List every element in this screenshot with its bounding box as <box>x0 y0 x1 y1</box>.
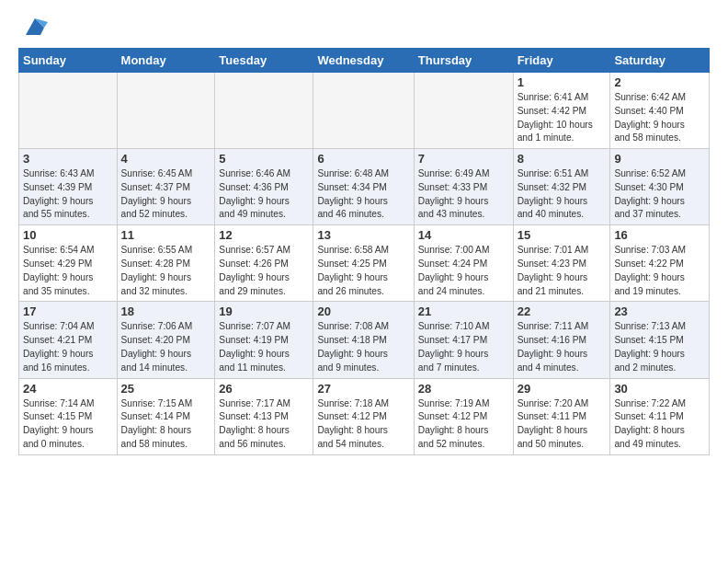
day-info: Sunrise: 7:10 AMSunset: 4:17 PMDaylight:… <box>418 320 509 374</box>
day-number: 30 <box>614 382 705 396</box>
calendar-cell: 11Sunrise: 6:55 AMSunset: 4:28 PMDayligh… <box>117 225 215 302</box>
calendar-cell <box>19 73 118 149</box>
day-info: Sunrise: 7:04 AMSunset: 4:21 PMDaylight:… <box>23 320 113 374</box>
day-info: Sunrise: 6:41 AMSunset: 4:42 PMDaylight:… <box>518 91 607 145</box>
day-info: Sunrise: 7:19 AMSunset: 4:12 PMDaylight:… <box>418 397 509 452</box>
day-number: 12 <box>219 228 309 242</box>
calendar-cell: 26Sunrise: 7:17 AMSunset: 4:13 PMDayligh… <box>215 378 313 454</box>
day-info: Sunrise: 7:14 AMSunset: 4:15 PMDaylight:… <box>23 397 113 452</box>
day-number: 5 <box>219 152 309 166</box>
day-info: Sunrise: 6:58 AMSunset: 4:25 PMDaylight:… <box>317 244 409 298</box>
calendar-cell: 17Sunrise: 7:04 AMSunset: 4:21 PMDayligh… <box>19 302 118 378</box>
calendar-cell: 2Sunrise: 6:42 AMSunset: 4:40 PMDaylight… <box>610 73 710 149</box>
day-info: Sunrise: 6:57 AMSunset: 4:26 PMDaylight:… <box>219 244 309 298</box>
logo-icon <box>22 15 48 40</box>
day-number: 27 <box>317 382 409 396</box>
day-number: 11 <box>121 228 211 242</box>
day-info: Sunrise: 7:01 AMSunset: 4:23 PMDaylight:… <box>518 244 607 298</box>
calendar-cell: 4Sunrise: 6:45 AMSunset: 4:37 PMDaylight… <box>117 149 215 225</box>
calendar-cell: 5Sunrise: 6:46 AMSunset: 4:36 PMDaylight… <box>215 149 313 225</box>
day-number: 14 <box>418 228 509 242</box>
day-number: 1 <box>518 75 607 89</box>
day-number: 23 <box>614 304 705 318</box>
calendar-cell: 22Sunrise: 7:11 AMSunset: 4:16 PMDayligh… <box>513 302 610 378</box>
day-number: 29 <box>518 382 607 396</box>
header <box>18 15 710 40</box>
day-info: Sunrise: 7:20 AMSunset: 4:11 PMDaylight:… <box>518 397 607 452</box>
day-number: 6 <box>317 152 409 166</box>
calendar-cell: 21Sunrise: 7:10 AMSunset: 4:17 PMDayligh… <box>414 302 513 378</box>
day-info: Sunrise: 6:46 AMSunset: 4:36 PMDaylight:… <box>219 167 309 222</box>
day-of-week-header: Monday <box>117 49 215 73</box>
page: SundayMondayTuesdayWednesdayThursdayFrid… <box>0 0 728 470</box>
day-number: 15 <box>518 228 607 242</box>
day-of-week-header: Friday <box>513 49 610 73</box>
day-info: Sunrise: 7:00 AMSunset: 4:24 PMDaylight:… <box>418 244 509 298</box>
day-number: 4 <box>121 152 211 166</box>
calendar-week-row: 3Sunrise: 6:43 AMSunset: 4:39 PMDaylight… <box>19 149 710 225</box>
day-of-week-header: Wednesday <box>313 49 414 73</box>
day-number: 26 <box>219 382 309 396</box>
day-info: Sunrise: 7:08 AMSunset: 4:18 PMDaylight:… <box>317 320 409 374</box>
day-number: 17 <box>23 304 113 318</box>
day-number: 10 <box>23 228 113 242</box>
day-number: 21 <box>418 304 509 318</box>
day-info: Sunrise: 7:22 AMSunset: 4:11 PMDaylight:… <box>614 397 705 452</box>
calendar-cell: 8Sunrise: 6:51 AMSunset: 4:32 PMDaylight… <box>513 149 610 225</box>
calendar-cell: 14Sunrise: 7:00 AMSunset: 4:24 PMDayligh… <box>414 225 513 302</box>
calendar-cell: 3Sunrise: 6:43 AMSunset: 4:39 PMDaylight… <box>19 149 118 225</box>
day-of-week-header: Tuesday <box>215 49 313 73</box>
calendar-cell: 7Sunrise: 6:49 AMSunset: 4:33 PMDaylight… <box>414 149 513 225</box>
day-number: 16 <box>614 228 705 242</box>
calendar-cell <box>215 73 313 149</box>
calendar-cell: 1Sunrise: 6:41 AMSunset: 4:42 PMDaylight… <box>513 73 610 149</box>
calendar-cell: 18Sunrise: 7:06 AMSunset: 4:20 PMDayligh… <box>117 302 215 378</box>
day-info: Sunrise: 6:55 AMSunset: 4:28 PMDaylight:… <box>121 244 211 298</box>
calendar-cell: 12Sunrise: 6:57 AMSunset: 4:26 PMDayligh… <box>215 225 313 302</box>
day-of-week-header: Thursday <box>414 49 513 73</box>
calendar-cell: 29Sunrise: 7:20 AMSunset: 4:11 PMDayligh… <box>513 378 610 454</box>
day-of-week-header: Sunday <box>19 49 118 73</box>
calendar-cell: 20Sunrise: 7:08 AMSunset: 4:18 PMDayligh… <box>313 302 414 378</box>
day-info: Sunrise: 6:45 AMSunset: 4:37 PMDaylight:… <box>121 167 211 222</box>
logo <box>18 15 48 40</box>
calendar-header-row: SundayMondayTuesdayWednesdayThursdayFrid… <box>19 49 710 73</box>
calendar-cell <box>414 73 513 149</box>
day-number: 24 <box>23 382 113 396</box>
day-info: Sunrise: 6:48 AMSunset: 4:34 PMDaylight:… <box>317 167 409 222</box>
day-number: 20 <box>317 304 409 318</box>
day-of-week-header: Saturday <box>610 49 710 73</box>
day-number: 19 <box>219 304 309 318</box>
calendar-week-row: 1Sunrise: 6:41 AMSunset: 4:42 PMDaylight… <box>19 73 710 149</box>
day-number: 25 <box>121 382 211 396</box>
calendar-cell: 27Sunrise: 7:18 AMSunset: 4:12 PMDayligh… <box>313 378 414 454</box>
day-number: 9 <box>614 152 705 166</box>
calendar-cell: 6Sunrise: 6:48 AMSunset: 4:34 PMDaylight… <box>313 149 414 225</box>
calendar-cell: 23Sunrise: 7:13 AMSunset: 4:15 PMDayligh… <box>610 302 710 378</box>
calendar-cell: 13Sunrise: 6:58 AMSunset: 4:25 PMDayligh… <box>313 225 414 302</box>
day-number: 28 <box>418 382 509 396</box>
day-info: Sunrise: 7:13 AMSunset: 4:15 PMDaylight:… <box>614 320 705 374</box>
day-number: 3 <box>23 152 113 166</box>
day-info: Sunrise: 7:06 AMSunset: 4:20 PMDaylight:… <box>121 320 211 374</box>
day-info: Sunrise: 6:43 AMSunset: 4:39 PMDaylight:… <box>23 167 113 222</box>
calendar-week-row: 24Sunrise: 7:14 AMSunset: 4:15 PMDayligh… <box>19 378 710 454</box>
calendar-table: SundayMondayTuesdayWednesdayThursdayFrid… <box>18 48 710 455</box>
day-number: 22 <box>518 304 607 318</box>
calendar-week-row: 10Sunrise: 6:54 AMSunset: 4:29 PMDayligh… <box>19 225 710 302</box>
calendar-cell <box>313 73 414 149</box>
day-number: 13 <box>317 228 409 242</box>
calendar-cell: 9Sunrise: 6:52 AMSunset: 4:30 PMDaylight… <box>610 149 710 225</box>
calendar-cell: 16Sunrise: 7:03 AMSunset: 4:22 PMDayligh… <box>610 225 710 302</box>
day-number: 18 <box>121 304 211 318</box>
calendar-cell: 10Sunrise: 6:54 AMSunset: 4:29 PMDayligh… <box>19 225 118 302</box>
day-number: 2 <box>614 75 705 89</box>
day-info: Sunrise: 7:17 AMSunset: 4:13 PMDaylight:… <box>219 397 309 452</box>
calendar-cell: 24Sunrise: 7:14 AMSunset: 4:15 PMDayligh… <box>19 378 118 454</box>
calendar-cell: 19Sunrise: 7:07 AMSunset: 4:19 PMDayligh… <box>215 302 313 378</box>
day-info: Sunrise: 7:03 AMSunset: 4:22 PMDaylight:… <box>614 244 705 298</box>
day-info: Sunrise: 7:07 AMSunset: 4:19 PMDaylight:… <box>219 320 309 374</box>
day-info: Sunrise: 6:51 AMSunset: 4:32 PMDaylight:… <box>518 167 607 222</box>
calendar-cell <box>117 73 215 149</box>
day-info: Sunrise: 6:49 AMSunset: 4:33 PMDaylight:… <box>418 167 509 222</box>
